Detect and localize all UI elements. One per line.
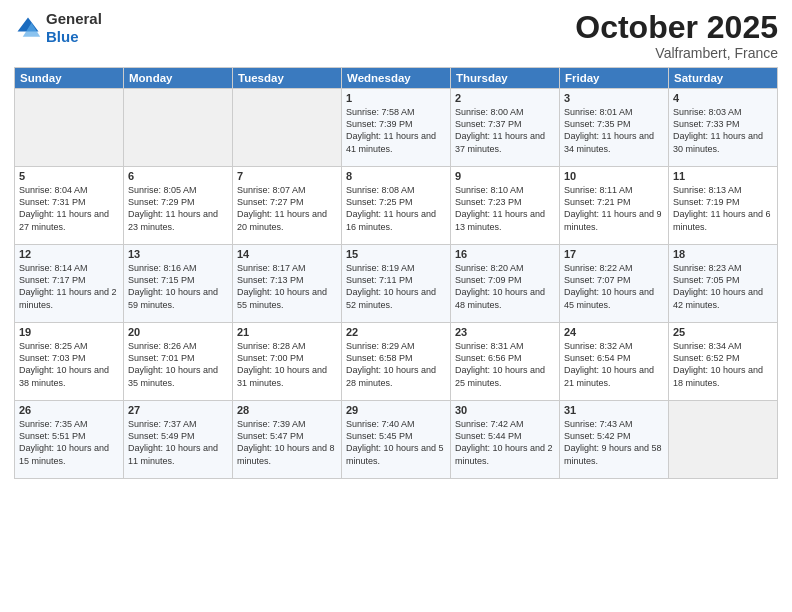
cell-details: Sunrise: 8:26 AMSunset: 7:01 PMDaylight:… (128, 341, 218, 387)
day-number: 5 (19, 170, 119, 182)
day-number: 23 (455, 326, 555, 338)
logo-blue: Blue (46, 28, 79, 45)
weekday-header-friday: Friday (560, 68, 669, 89)
day-number: 28 (237, 404, 337, 416)
logo-icon (14, 14, 42, 42)
calendar-cell: 30Sunrise: 7:42 AMSunset: 5:44 PMDayligh… (451, 401, 560, 479)
calendar-cell: 31Sunrise: 7:43 AMSunset: 5:42 PMDayligh… (560, 401, 669, 479)
calendar-cell: 17Sunrise: 8:22 AMSunset: 7:07 PMDayligh… (560, 245, 669, 323)
cell-details: Sunrise: 7:40 AMSunset: 5:45 PMDaylight:… (346, 419, 444, 465)
cell-details: Sunrise: 8:20 AMSunset: 7:09 PMDaylight:… (455, 263, 545, 309)
day-number: 4 (673, 92, 773, 104)
calendar-cell: 18Sunrise: 8:23 AMSunset: 7:05 PMDayligh… (669, 245, 778, 323)
weekday-header-sunday: Sunday (15, 68, 124, 89)
cell-details: Sunrise: 8:03 AMSunset: 7:33 PMDaylight:… (673, 107, 763, 153)
cell-details: Sunrise: 8:29 AMSunset: 6:58 PMDaylight:… (346, 341, 436, 387)
calendar-cell (15, 89, 124, 167)
header: General Blue October 2025 Valframbert, F… (14, 10, 778, 61)
day-number: 10 (564, 170, 664, 182)
title-block: October 2025 Valframbert, France (575, 10, 778, 61)
calendar-table: SundayMondayTuesdayWednesdayThursdayFrid… (14, 67, 778, 479)
day-number: 9 (455, 170, 555, 182)
calendar-cell: 5Sunrise: 8:04 AMSunset: 7:31 PMDaylight… (15, 167, 124, 245)
day-number: 8 (346, 170, 446, 182)
day-number: 1 (346, 92, 446, 104)
day-number: 24 (564, 326, 664, 338)
calendar-cell: 1Sunrise: 7:58 AMSunset: 7:39 PMDaylight… (342, 89, 451, 167)
cell-details: Sunrise: 8:22 AMSunset: 7:07 PMDaylight:… (564, 263, 654, 309)
calendar-cell: 7Sunrise: 8:07 AMSunset: 7:27 PMDaylight… (233, 167, 342, 245)
calendar-cell: 3Sunrise: 8:01 AMSunset: 7:35 PMDaylight… (560, 89, 669, 167)
calendar-cell: 22Sunrise: 8:29 AMSunset: 6:58 PMDayligh… (342, 323, 451, 401)
cell-details: Sunrise: 8:08 AMSunset: 7:25 PMDaylight:… (346, 185, 436, 231)
calendar-cell: 14Sunrise: 8:17 AMSunset: 7:13 PMDayligh… (233, 245, 342, 323)
week-row-5: 26Sunrise: 7:35 AMSunset: 5:51 PMDayligh… (15, 401, 778, 479)
day-number: 16 (455, 248, 555, 260)
calendar-cell: 20Sunrise: 8:26 AMSunset: 7:01 PMDayligh… (124, 323, 233, 401)
calendar-cell: 12Sunrise: 8:14 AMSunset: 7:17 PMDayligh… (15, 245, 124, 323)
calendar-cell: 27Sunrise: 7:37 AMSunset: 5:49 PMDayligh… (124, 401, 233, 479)
cell-details: Sunrise: 8:11 AMSunset: 7:21 PMDaylight:… (564, 185, 662, 231)
calendar-cell: 25Sunrise: 8:34 AMSunset: 6:52 PMDayligh… (669, 323, 778, 401)
cell-details: Sunrise: 7:43 AMSunset: 5:42 PMDaylight:… (564, 419, 662, 465)
week-row-2: 5Sunrise: 8:04 AMSunset: 7:31 PMDaylight… (15, 167, 778, 245)
cell-details: Sunrise: 8:31 AMSunset: 6:56 PMDaylight:… (455, 341, 545, 387)
cell-details: Sunrise: 8:14 AMSunset: 7:17 PMDaylight:… (19, 263, 117, 309)
calendar-cell: 29Sunrise: 7:40 AMSunset: 5:45 PMDayligh… (342, 401, 451, 479)
week-row-3: 12Sunrise: 8:14 AMSunset: 7:17 PMDayligh… (15, 245, 778, 323)
cell-details: Sunrise: 8:23 AMSunset: 7:05 PMDaylight:… (673, 263, 763, 309)
logo: General Blue (14, 10, 102, 46)
day-number: 27 (128, 404, 228, 416)
weekday-header-saturday: Saturday (669, 68, 778, 89)
cell-details: Sunrise: 8:16 AMSunset: 7:15 PMDaylight:… (128, 263, 218, 309)
cell-details: Sunrise: 8:19 AMSunset: 7:11 PMDaylight:… (346, 263, 436, 309)
calendar-cell (669, 401, 778, 479)
calendar-cell: 6Sunrise: 8:05 AMSunset: 7:29 PMDaylight… (124, 167, 233, 245)
weekday-header-monday: Monday (124, 68, 233, 89)
logo-text: General Blue (46, 10, 102, 46)
day-number: 6 (128, 170, 228, 182)
day-number: 25 (673, 326, 773, 338)
cell-details: Sunrise: 7:37 AMSunset: 5:49 PMDaylight:… (128, 419, 218, 465)
day-number: 2 (455, 92, 555, 104)
cell-details: Sunrise: 7:42 AMSunset: 5:44 PMDaylight:… (455, 419, 553, 465)
cell-details: Sunrise: 8:01 AMSunset: 7:35 PMDaylight:… (564, 107, 654, 153)
day-number: 31 (564, 404, 664, 416)
cell-details: Sunrise: 7:39 AMSunset: 5:47 PMDaylight:… (237, 419, 335, 465)
cell-details: Sunrise: 7:35 AMSunset: 5:51 PMDaylight:… (19, 419, 109, 465)
cell-details: Sunrise: 7:58 AMSunset: 7:39 PMDaylight:… (346, 107, 436, 153)
calendar-cell: 11Sunrise: 8:13 AMSunset: 7:19 PMDayligh… (669, 167, 778, 245)
day-number: 26 (19, 404, 119, 416)
cell-details: Sunrise: 8:28 AMSunset: 7:00 PMDaylight:… (237, 341, 327, 387)
day-number: 22 (346, 326, 446, 338)
main-container: General Blue October 2025 Valframbert, F… (0, 0, 792, 612)
day-number: 11 (673, 170, 773, 182)
calendar-cell: 16Sunrise: 8:20 AMSunset: 7:09 PMDayligh… (451, 245, 560, 323)
day-number: 13 (128, 248, 228, 260)
calendar-cell: 28Sunrise: 7:39 AMSunset: 5:47 PMDayligh… (233, 401, 342, 479)
cell-details: Sunrise: 8:25 AMSunset: 7:03 PMDaylight:… (19, 341, 109, 387)
calendar-cell (124, 89, 233, 167)
calendar-cell: 19Sunrise: 8:25 AMSunset: 7:03 PMDayligh… (15, 323, 124, 401)
calendar-cell: 2Sunrise: 8:00 AMSunset: 7:37 PMDaylight… (451, 89, 560, 167)
day-number: 12 (19, 248, 119, 260)
logo-general: General (46, 10, 102, 27)
week-row-4: 19Sunrise: 8:25 AMSunset: 7:03 PMDayligh… (15, 323, 778, 401)
cell-details: Sunrise: 8:32 AMSunset: 6:54 PMDaylight:… (564, 341, 654, 387)
cell-details: Sunrise: 8:10 AMSunset: 7:23 PMDaylight:… (455, 185, 545, 231)
month-title: October 2025 (575, 10, 778, 45)
cell-details: Sunrise: 8:05 AMSunset: 7:29 PMDaylight:… (128, 185, 218, 231)
day-number: 30 (455, 404, 555, 416)
calendar-cell: 23Sunrise: 8:31 AMSunset: 6:56 PMDayligh… (451, 323, 560, 401)
cell-details: Sunrise: 8:34 AMSunset: 6:52 PMDaylight:… (673, 341, 763, 387)
cell-details: Sunrise: 8:07 AMSunset: 7:27 PMDaylight:… (237, 185, 327, 231)
weekday-header-wednesday: Wednesday (342, 68, 451, 89)
location: Valframbert, France (575, 45, 778, 61)
day-number: 29 (346, 404, 446, 416)
day-number: 17 (564, 248, 664, 260)
day-number: 20 (128, 326, 228, 338)
calendar-cell: 8Sunrise: 8:08 AMSunset: 7:25 PMDaylight… (342, 167, 451, 245)
day-number: 19 (19, 326, 119, 338)
calendar-cell (233, 89, 342, 167)
weekday-header-tuesday: Tuesday (233, 68, 342, 89)
